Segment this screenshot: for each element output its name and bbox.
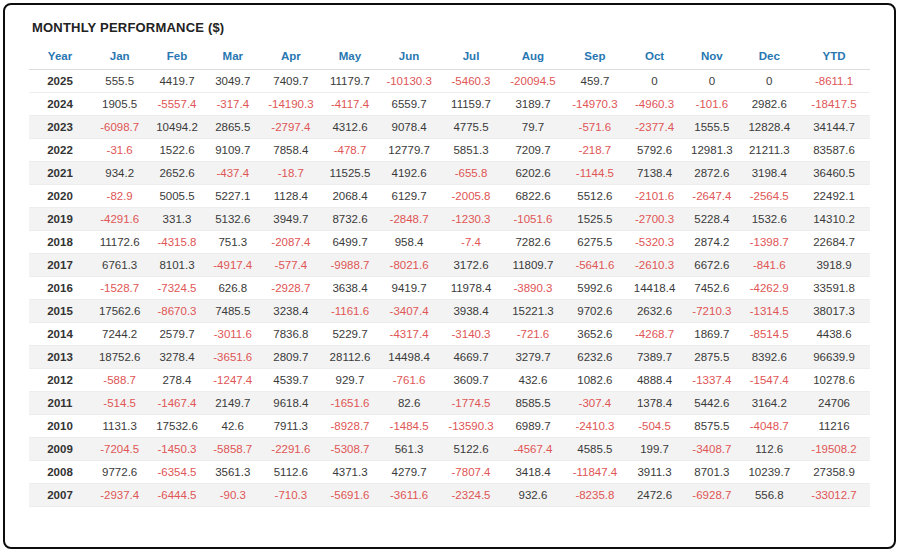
value-cell: 2068.4	[322, 185, 378, 208]
value-cell: -4960.3	[626, 93, 683, 116]
value-cell: -2937.4	[91, 484, 148, 507]
column-header-nov: Nov	[683, 44, 740, 70]
value-cell: -13590.3	[440, 415, 502, 438]
value-cell: 1525.5	[564, 208, 626, 231]
value-cell: -3407.4	[378, 300, 440, 323]
value-cell: 3638.4	[322, 277, 378, 300]
year-cell: 2023	[29, 116, 91, 139]
table-row-2020: 2020-82.95005.55227.11128.42068.46129.7-…	[29, 185, 870, 208]
value-cell: 9702.6	[564, 300, 626, 323]
value-cell: -7210.3	[683, 300, 740, 323]
value-cell: 10278.6	[798, 369, 870, 392]
value-cell: -6098.7	[91, 116, 148, 139]
value-cell: -2564.5	[741, 185, 798, 208]
value-cell: 0	[626, 70, 683, 93]
year-cell: 2016	[29, 277, 91, 300]
value-cell: 22684.7	[798, 231, 870, 254]
table-row-2017: 20176761.38101.3-4917.4-577.4-9988.7-802…	[29, 254, 870, 277]
table-row-2012: 2012-588.7278.4-1247.44539.7929.7-761.63…	[29, 369, 870, 392]
value-cell: 0	[683, 70, 740, 93]
year-cell: 2021	[29, 162, 91, 185]
value-cell: -571.6	[564, 116, 626, 139]
value-cell: 7409.7	[260, 70, 322, 93]
value-cell: -18417.5	[798, 93, 870, 116]
year-cell: 2009	[29, 438, 91, 461]
value-cell: 5229.7	[322, 323, 378, 346]
value-cell: 3189.7	[502, 93, 564, 116]
value-cell: 2872.6	[683, 162, 740, 185]
table-row-2007: 2007-2937.4-6444.5-90.3-710.3-5691.6-361…	[29, 484, 870, 507]
value-cell: -4262.9	[741, 277, 798, 300]
value-cell: -437.4	[206, 162, 260, 185]
value-cell: -3408.7	[683, 438, 740, 461]
value-cell: 6559.7	[378, 93, 440, 116]
value-cell: 14498.4	[378, 346, 440, 369]
value-cell: 15221.3	[502, 300, 564, 323]
value-cell: 1522.6	[148, 139, 205, 162]
value-cell: -3890.3	[502, 277, 564, 300]
value-cell: -33012.7	[798, 484, 870, 507]
value-cell: -655.8	[440, 162, 502, 185]
column-header-jul: Jul	[440, 44, 502, 70]
value-cell: 1555.5	[683, 116, 740, 139]
value-cell: 3561.3	[206, 461, 260, 484]
value-cell: -6444.5	[148, 484, 205, 507]
value-cell: 33591.8	[798, 277, 870, 300]
column-header-ytd: YTD	[798, 44, 870, 70]
year-cell: 2019	[29, 208, 91, 231]
year-cell: 2024	[29, 93, 91, 116]
value-cell: 5851.3	[440, 139, 502, 162]
value-cell: -721.6	[502, 323, 564, 346]
value-cell: -5557.4	[148, 93, 205, 116]
year-cell: 2025	[29, 70, 91, 93]
value-cell: -2377.4	[626, 116, 683, 139]
value-cell: 4279.7	[378, 461, 440, 484]
value-cell: 1128.4	[260, 185, 322, 208]
table-row-2023: 2023-6098.710494.22865.5-2797.44312.6907…	[29, 116, 870, 139]
value-cell: 82.6	[378, 392, 440, 415]
value-cell: 4192.6	[378, 162, 440, 185]
value-cell: -2848.7	[378, 208, 440, 231]
year-cell: 2011	[29, 392, 91, 415]
value-cell: 5512.6	[564, 185, 626, 208]
value-cell: -577.4	[260, 254, 322, 277]
table-row-2011: 2011-514.5-1467.42149.79618.4-1651.682.6…	[29, 392, 870, 415]
value-cell: 751.3	[206, 231, 260, 254]
value-cell: -6928.7	[683, 484, 740, 507]
year-cell: 2020	[29, 185, 91, 208]
value-cell: -5858.7	[206, 438, 260, 461]
value-cell: -3611.6	[378, 484, 440, 507]
value-cell: 9419.7	[378, 277, 440, 300]
value-cell: -2324.5	[440, 484, 502, 507]
column-header-sep: Sep	[564, 44, 626, 70]
value-cell: -2087.4	[260, 231, 322, 254]
value-cell: 3911.3	[626, 461, 683, 484]
value-cell: -8670.3	[148, 300, 205, 323]
value-cell: 2874.2	[683, 231, 740, 254]
value-cell: 432.6	[502, 369, 564, 392]
value-cell: -2101.6	[626, 185, 683, 208]
value-cell: 5992.6	[564, 277, 626, 300]
value-cell: -4317.4	[378, 323, 440, 346]
value-cell: 6499.7	[322, 231, 378, 254]
value-cell: -1161.6	[322, 300, 378, 323]
value-cell: 2149.7	[206, 392, 260, 415]
value-cell: 5228.4	[683, 208, 740, 231]
column-header-feb: Feb	[148, 44, 205, 70]
value-cell: 4371.3	[322, 461, 378, 484]
value-cell: -6354.5	[148, 461, 205, 484]
value-cell: -2700.3	[626, 208, 683, 231]
value-cell: -11847.4	[564, 461, 626, 484]
value-cell: 2865.5	[206, 116, 260, 139]
table-row-2013: 201318752.63278.4-3651.62809.728112.6144…	[29, 346, 870, 369]
value-cell: 3164.2	[741, 392, 798, 415]
value-cell: 14310.2	[798, 208, 870, 231]
value-cell: 6822.6	[502, 185, 564, 208]
value-cell: -5641.6	[564, 254, 626, 277]
value-cell: -1774.5	[440, 392, 502, 415]
value-cell: 4669.7	[440, 346, 502, 369]
year-cell: 2015	[29, 300, 91, 323]
value-cell: 38017.3	[798, 300, 870, 323]
value-cell: 11978.4	[440, 277, 502, 300]
value-cell: -317.4	[206, 93, 260, 116]
